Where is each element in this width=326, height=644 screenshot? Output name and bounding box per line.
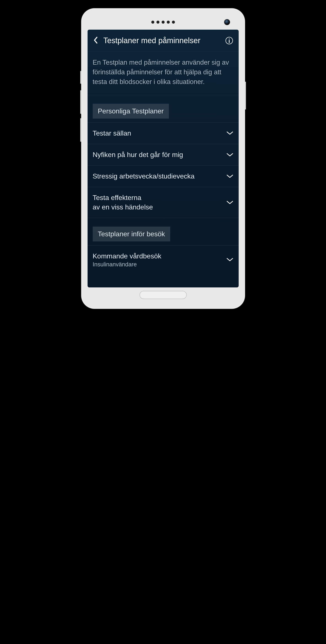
- section-header: Testplaner inför besök: [93, 226, 170, 242]
- info-icon: [225, 36, 233, 45]
- description-block: En Testplan med påminnelser använder sig…: [88, 51, 239, 95]
- list-item-stressful-week[interactable]: Stressig arbetsvecka/studievecka: [88, 166, 239, 187]
- item-label: Testa effekterna av en viss händelse: [93, 193, 222, 212]
- item-label: Nyfiken på hur det går för mig: [93, 150, 222, 160]
- app-header: Testplaner med påminnelser: [88, 30, 239, 51]
- item-text: Nyfiken på hur det går för mig: [93, 150, 222, 160]
- item-text: Testa effekterna av en viss händelse: [93, 193, 222, 212]
- section-visit: Testplaner inför besök Kommande vårdbesö…: [88, 218, 239, 274]
- chevron-left-icon: [93, 36, 99, 44]
- section-header: Personliga Testplaner: [93, 104, 169, 118]
- chevron-down-icon: [226, 200, 234, 205]
- info-button[interactable]: [225, 36, 234, 45]
- back-button[interactable]: [93, 36, 99, 45]
- list-item-rarely-tests[interactable]: Testar sällan: [88, 122, 239, 144]
- speaker-grille: [151, 20, 175, 24]
- app-screen: Testplaner med påminnelser En Testplan m…: [88, 30, 239, 288]
- item-text: Kommande vårdbesök Insulinanvändare: [93, 252, 222, 268]
- phone-side-button: [245, 82, 246, 110]
- item-text: Testar sällan: [93, 129, 222, 138]
- home-button[interactable]: [139, 291, 187, 299]
- section-personal: Personliga Testplaner Testar sällan Nyfi…: [88, 95, 239, 218]
- chevron-down-icon: [226, 153, 234, 157]
- item-text: Stressig arbetsvecka/studievecka: [93, 172, 222, 181]
- phone-frame: Testplaner med påminnelser En Testplan m…: [81, 8, 245, 308]
- item-label: Kommande vårdbesök: [93, 252, 222, 261]
- phone-side-button: [80, 90, 81, 114]
- list-item-upcoming-visit[interactable]: Kommande vårdbesök Insulinanvändare: [88, 245, 239, 274]
- page-title: Testplaner med påminnelser: [103, 36, 220, 45]
- item-label: Stressig arbetsvecka/studievecka: [93, 172, 222, 181]
- item-list: Kommande vårdbesök Insulinanvändare: [88, 245, 239, 274]
- phone-side-button: [80, 118, 81, 142]
- chevron-down-icon: [226, 258, 234, 262]
- phone-bottom-bezel: [88, 288, 239, 302]
- section-title: Personliga Testplaner: [98, 107, 164, 115]
- item-list: Testar sällan Nyfiken på hur det går för…: [88, 122, 239, 218]
- item-sublabel: Insulinanvändare: [93, 261, 222, 268]
- chevron-down-icon: [226, 131, 234, 135]
- phone-top-bezel: [88, 14, 239, 30]
- phone-side-button: [80, 71, 81, 84]
- front-camera: [224, 19, 230, 25]
- item-label: Testar sällan: [93, 129, 222, 138]
- list-item-curious[interactable]: Nyfiken på hur det går för mig: [88, 144, 239, 166]
- description-text: En Testplan med påminnelser använder sig…: [93, 58, 234, 87]
- svg-point-1: [229, 38, 229, 39]
- section-title: Testplaner inför besök: [98, 230, 165, 238]
- chevron-down-icon: [226, 174, 234, 178]
- list-item-test-effects[interactable]: Testa effekterna av en viss händelse: [88, 187, 239, 218]
- svg-rect-2: [229, 40, 230, 43]
